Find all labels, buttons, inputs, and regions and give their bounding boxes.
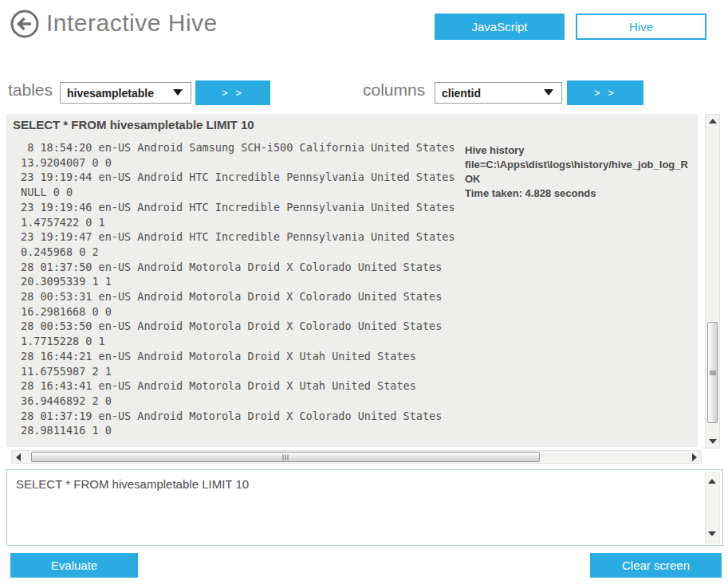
hive-history-title: Hive history (465, 143, 698, 158)
chevron-down-icon (173, 89, 183, 96)
insert-table-button[interactable]: > > (195, 80, 270, 105)
query-output-panel: SELECT * FROM hivesampletable LIMIT 10 8… (6, 114, 698, 447)
scroll-right-icon[interactable] (692, 453, 697, 461)
tables-dropdown[interactable]: hivesampletable (60, 82, 191, 104)
horizontal-scrollbar-thumb[interactable] (31, 452, 540, 462)
clear-screen-button[interactable]: Clear screen (590, 553, 722, 578)
hive-history-panel: Hive history file=C:\Apps\dist\logs\hist… (465, 143, 698, 201)
query-results-text: 8 18:54:20 en-US Android Samsung SCH-i50… (21, 140, 485, 438)
query-editor-input[interactable]: SELECT * FROM hivesampletable LIMIT 10 (7, 470, 701, 545)
chevron-down-icon (544, 89, 553, 96)
output-vertical-scrollbar[interactable] (705, 114, 720, 449)
tables-dropdown-value: hivesampletable (67, 87, 154, 100)
page-title: Interactive Hive (46, 10, 218, 37)
javascript-mode-button[interactable]: JavaScript (435, 14, 565, 40)
scrollbar-grip (282, 454, 289, 460)
output-horizontal-scrollbar[interactable] (11, 450, 702, 464)
back-button[interactable] (10, 9, 40, 39)
hive-mode-button[interactable]: Hive (576, 14, 706, 40)
evaluate-button[interactable]: Evaluate (10, 553, 138, 578)
back-arrow-icon (10, 28, 40, 41)
scroll-down-icon[interactable] (709, 439, 717, 444)
vertical-scrollbar-thumb[interactable] (707, 322, 718, 423)
columns-dropdown-value: clientid (442, 87, 481, 100)
insert-column-button[interactable]: > > (567, 80, 643, 105)
scroll-down-icon[interactable] (708, 531, 716, 536)
query-editor-container: SELECT * FROM hivesampletable LIMIT 10 (6, 469, 723, 546)
scrollbar-grip (710, 370, 716, 375)
query-output-header: SELECT * FROM hivesampletable LIMIT 10 (13, 118, 254, 131)
hive-history-time: Time taken: 4.828 seconds (465, 186, 698, 201)
columns-dropdown[interactable]: clientid (435, 82, 562, 104)
scroll-up-icon[interactable] (709, 119, 717, 123)
scroll-up-icon[interactable] (708, 479, 716, 484)
editor-vertical-scrollbar[interactable] (705, 472, 720, 543)
hive-history-status: OK (465, 172, 698, 186)
columns-label: columns (363, 80, 425, 100)
tables-label: tables (8, 80, 53, 100)
scroll-left-icon[interactable] (16, 453, 21, 461)
hive-history-file-line: file=C:\Apps\dist\logs\history/hive_job_… (465, 158, 698, 172)
